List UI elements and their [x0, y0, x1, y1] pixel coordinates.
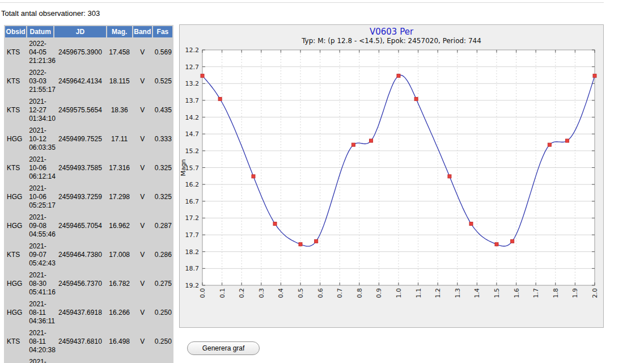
data-point-marker: [511, 239, 514, 243]
cell-mag: 18.36: [107, 96, 132, 124]
cell-jd: 2459642.4134: [54, 67, 105, 95]
cell-jd: [54, 357, 105, 363]
y-tick-label: 16.2: [185, 181, 200, 188]
cell-band: V: [133, 270, 152, 298]
cell-obsid: [5, 357, 26, 363]
x-tick-label: 0.1: [219, 288, 226, 298]
data-point-marker: [218, 98, 222, 101]
table-header-row: ObsidDatumJDMag.BandFas: [5, 26, 172, 37]
x-tick-label: 1.2: [434, 288, 442, 298]
cell-jd: 2459493.7259: [54, 183, 105, 211]
data-point-marker: [495, 243, 498, 246]
cell-obsid: KTS: [5, 67, 26, 95]
y-tick-label: 19.2: [185, 282, 200, 289]
cell-fas: 0.325: [153, 183, 172, 211]
cell-datum: 2021- 12-27 01:34:10: [27, 96, 53, 124]
cell-datum: 2021- 10-12 06:03:35: [27, 125, 53, 153]
column-header-obsid: Obsid: [5, 26, 26, 37]
cell-mag: 16.962: [107, 212, 132, 240]
table-row: KTS2021- 10-06 06:12:142459493.758517.31…: [5, 154, 172, 182]
cell-mag: 16.782: [107, 270, 132, 298]
cell-mag: 18.115: [107, 67, 132, 95]
light-curve-chart: 12.212.713.213.714.214.715.215.716.216.7…: [180, 25, 603, 327]
cell-obsid: HGG: [5, 212, 26, 240]
cell-mag: [107, 357, 132, 363]
cell-band: V: [133, 39, 152, 66]
data-point-marker: [299, 243, 302, 246]
y-tick-label: 12.7: [185, 64, 200, 71]
table-row: HGG2021- 10-12 06:03:352459499.752517.11…: [5, 125, 172, 153]
cell-mag: 16.266: [107, 299, 132, 327]
cell-jd: 2459575.5654: [54, 96, 105, 124]
cell-obsid: HGG: [5, 183, 26, 211]
top-divider: [0, 2, 604, 3]
cell-datum: 2022- 03-03 21:55:17: [27, 67, 53, 95]
cell-jd: 2459493.7585: [54, 154, 105, 182]
cell-obsid: KTS: [5, 328, 26, 356]
cell-jd: 2459675.3900: [54, 39, 105, 66]
y-tick-label: 12.2: [185, 47, 200, 54]
y-tick-label: 17.7: [185, 231, 200, 239]
x-tick-label: 1.9: [571, 288, 579, 298]
x-tick-label: 0.4: [277, 288, 285, 298]
column-header-fas: Fas: [153, 26, 172, 37]
cell-datum: 2021- 09-07 05:42:43: [27, 241, 53, 269]
cell-jd: 2459465.7054: [54, 212, 105, 240]
table-row: KTS2021- 09-07 05:42:432459464.738017.00…: [5, 241, 172, 269]
cell-mag: 17.298: [107, 183, 132, 211]
cell-mag: 17.11: [107, 125, 132, 153]
cell-band: V: [133, 125, 152, 153]
cell-fas: 0.325: [153, 154, 172, 182]
cell-jd: 2459437.6810: [54, 328, 105, 356]
cell-band: V: [133, 96, 152, 124]
column-header-band: Band: [133, 26, 152, 37]
data-point-marker: [566, 139, 569, 142]
cell-band: V: [133, 299, 152, 327]
table-row: KTS2021- 08-11 04:20:382459437.681016.49…: [5, 328, 172, 356]
observations-table: ObsidDatumJDMag.BandFas KTS2022- 04-05 2…: [4, 25, 173, 363]
cell-band: V: [133, 212, 152, 240]
x-tick-label: 0.0: [199, 288, 206, 298]
table-row: KTS2021- 12-27 01:34:102459575.565418.36…: [5, 96, 172, 124]
cell-jd: 2459499.7525: [54, 125, 105, 153]
cell-datum: 2021- 08-30 05:41:16: [27, 270, 53, 298]
table-row: KTS2022- 04-05 21:21:362459675.390017.45…: [5, 39, 172, 66]
data-point-marker: [397, 74, 400, 78]
cell-datum: 2022- 04-05 21:21:36: [27, 39, 53, 66]
y-tick-label: 18.2: [185, 248, 200, 256]
cell-mag: 16.498: [107, 328, 132, 356]
cell-fas: 0.287: [153, 212, 172, 240]
x-tick-label: 0.8: [356, 288, 363, 298]
column-header-datum: Datum: [27, 26, 53, 37]
cell-obsid: KTS: [5, 241, 26, 269]
y-tick-label: 17.2: [185, 214, 200, 222]
x-tick-label: 0.5: [297, 288, 304, 298]
y-axis-label: Magn: [180, 159, 187, 176]
cell-obsid: HGG: [5, 125, 26, 153]
total-observations-label: Totalt antal observationer: 303: [1, 9, 100, 18]
x-tick-label: 0.2: [238, 288, 245, 298]
data-point-marker: [414, 98, 418, 101]
cell-datum: 2021- 08-11 04:20:38: [27, 328, 53, 356]
y-tick-label: 15.7: [185, 164, 200, 172]
cell-fas: [153, 357, 172, 363]
y-tick-label: 15.2: [185, 147, 200, 155]
data-point-marker: [201, 74, 204, 78]
x-tick-label: 2.0: [591, 288, 599, 298]
data-point-marker: [370, 139, 373, 142]
cell-obsid: KTS: [5, 96, 26, 124]
cell-jd: 2459464.7380: [54, 241, 105, 269]
x-tick-label: 0.6: [317, 288, 324, 298]
data-point-marker: [448, 175, 451, 178]
table-row: KTS2022- 03-03 21:55:172459642.413418.11…: [5, 67, 172, 95]
data-point-marker: [252, 175, 255, 178]
cell-obsid: KTS: [5, 39, 26, 66]
cell-datum: 2021- 09-08 04:55:46: [27, 212, 53, 240]
data-point-marker: [351, 143, 355, 146]
y-tick-label: 16.7: [185, 198, 200, 205]
generate-graph-button[interactable]: Generera graf: [187, 341, 260, 355]
y-tick-label: 14.7: [185, 130, 200, 138]
cell-fas: 0.275: [153, 270, 172, 298]
cell-mag: 17.316: [107, 154, 132, 182]
table-row: HGG2021- 10-06 05:25:172459493.725917.29…: [5, 183, 172, 211]
